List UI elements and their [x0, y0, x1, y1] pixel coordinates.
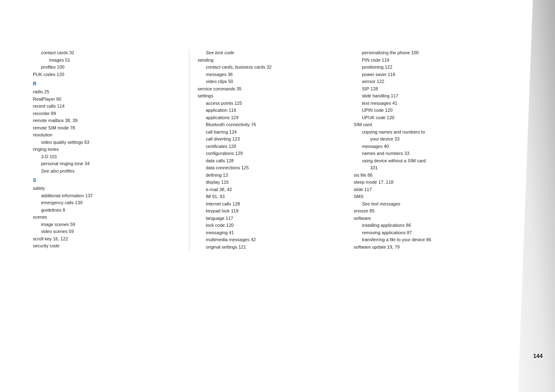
index-entry: video clips 50	[198, 78, 345, 85]
index-entry: installing applications 86	[354, 222, 502, 229]
index-entry: 101	[354, 164, 502, 171]
column-2: See lock codesendingcontact cards, busin…	[189, 49, 354, 251]
page-number: 144	[533, 353, 543, 359]
index-entry: language 117	[198, 215, 345, 222]
index-entry: software update 19, 79	[354, 244, 502, 251]
index-entry: positioning 122	[354, 64, 502, 71]
index-entry: keypad lock 119	[198, 208, 345, 214]
index-entry: guidelines 8	[33, 207, 181, 214]
index-entry: recorder 89	[33, 110, 181, 117]
index-entry: ringing tones	[33, 146, 181, 153]
index-entry: call barring 124	[198, 129, 345, 136]
index-entry: emergency calls 139	[33, 199, 181, 206]
index-entry: certificates 120	[198, 143, 345, 150]
index-entry: sis file 86	[354, 172, 502, 179]
index-entry: video scenes 59	[33, 228, 181, 235]
index-entry: RealPlayer 90	[33, 96, 181, 103]
index-entry: slide handling 117	[354, 92, 502, 99]
index-entry: personalizing the phone 100	[354, 49, 502, 56]
index-entry: S	[33, 177, 181, 184]
index-entry: profiles 100	[33, 64, 181, 71]
index-entry: removing applications 87	[354, 229, 502, 236]
index-entry: transferring a file to your device 86	[354, 236, 502, 243]
index-entry: PUK codes 120	[33, 71, 181, 78]
index-entry: UPIN code 120	[354, 107, 502, 114]
index-entry: data connections 125	[198, 164, 345, 171]
index-entry: safety	[33, 185, 181, 192]
index-entry: settings	[198, 92, 345, 99]
index-entry: defining 13	[198, 172, 345, 179]
index-entry: SIP 128	[354, 85, 502, 92]
index-entry: IM 91, 93	[198, 193, 345, 200]
index-entry: display 116	[198, 179, 345, 186]
index-entry: contact cards, business cards 32	[198, 64, 345, 71]
index-entry: copying names and numbers to	[354, 129, 502, 136]
index-entry: R	[33, 80, 181, 88]
index-entry: call diverting 123	[198, 136, 345, 143]
index-entry: sensor 122	[354, 78, 502, 85]
index-entry: applications 129	[198, 114, 345, 121]
index-entry: using device without a SIM card	[354, 157, 502, 164]
index-entry: names and numbers 33	[354, 150, 502, 157]
index-entry: radio 25	[33, 88, 181, 95]
index-entry: personal ringing tone 34	[33, 160, 181, 167]
index-entry: remote mailbox 38, 39	[33, 117, 181, 124]
index-entry: service commands 35	[198, 85, 345, 92]
index-entry: See text messages	[354, 201, 502, 208]
index-entry: software	[354, 215, 502, 222]
index-entry: scroll key 16, 122	[33, 235, 181, 242]
index-entry: snooze 85	[354, 208, 502, 214]
index-entry: images 51	[33, 57, 181, 64]
index-entry: contact cards 32	[33, 49, 181, 56]
index-entry: messages 36	[198, 71, 345, 78]
index-entry: video quality settings 63	[33, 139, 181, 146]
index-entry: multimedia messages 42	[198, 236, 345, 243]
index-entry: additional information 137	[33, 192, 181, 199]
index-entry: application 116	[198, 107, 345, 114]
index-entry: UPUK code 120	[354, 114, 502, 121]
index-entry: e-mail 38, 42	[198, 186, 345, 193]
index-entry: See also profiles	[33, 168, 181, 175]
index-entry: sending	[198, 57, 345, 64]
page-container: contact cards 32images 51profiles 100PUK…	[0, 0, 555, 392]
index-entry: recent calls 114	[33, 103, 181, 110]
index-entry: See lock code	[198, 49, 345, 56]
corner-decoration	[518, 0, 555, 392]
index-entry: resolution	[33, 131, 181, 138]
index-entry: text messages 41	[354, 100, 502, 107]
index-entry: 3-D 101	[33, 153, 181, 160]
column-1: contact cards 32images 51profiles 100PUK…	[33, 49, 189, 250]
index-entry: sleep mode 17, 118	[354, 179, 502, 186]
index-entry: lock code 120	[198, 222, 345, 229]
index-entry: configurations 129	[198, 150, 345, 157]
index-entry: power saver 116	[354, 71, 502, 78]
index-entry: access points 125	[198, 100, 345, 107]
index-entry: original settings 121	[198, 244, 345, 251]
index-entry: messages 40	[354, 143, 502, 150]
index-entry: internet calls 128	[198, 201, 345, 208]
content-area: contact cards 32images 51profiles 100PUK…	[33, 49, 510, 251]
index-entry: slide 117	[354, 186, 502, 193]
column-3: personalizing the phone 100PIN code 119p…	[354, 49, 510, 251]
index-entry: image scenes 59	[33, 221, 181, 228]
index-entry: remote SIM mode 78	[33, 125, 181, 131]
index-entry: scenes	[33, 214, 181, 221]
index-entry: SIM card	[354, 121, 502, 128]
index-entry: security code	[33, 242, 181, 249]
index-entry: messaging 41	[198, 229, 345, 236]
index-entry: SMS	[354, 193, 502, 200]
index-entry: Bluetooth connectivity 76	[198, 121, 345, 128]
index-entry: data calls 128	[198, 157, 345, 164]
index-entry: PIN code 119	[354, 57, 502, 64]
index-entry: your device 33	[354, 136, 502, 143]
